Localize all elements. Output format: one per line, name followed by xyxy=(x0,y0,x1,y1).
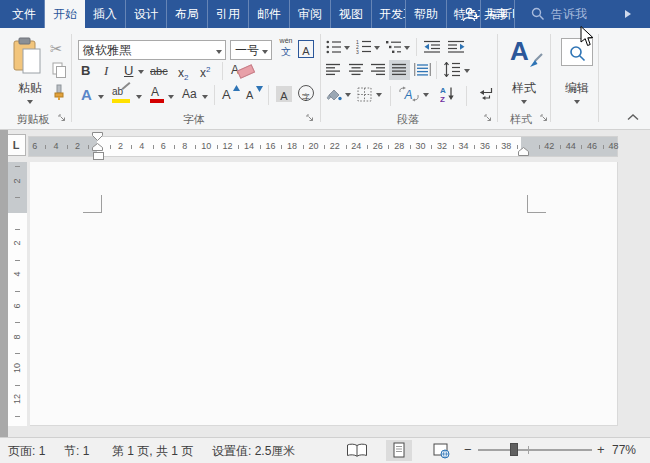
font-color-dropdown-arrow[interactable] xyxy=(168,95,174,102)
character-shading-button[interactable]: A xyxy=(276,86,292,102)
format-painter-icon[interactable] xyxy=(52,84,67,101)
bullets-icon[interactable] xyxy=(326,40,342,54)
paragraph-group-label: 段落 xyxy=(322,112,494,127)
print-layout-button-active[interactable] xyxy=(386,440,412,461)
zoom-percentage[interactable]: 77% xyxy=(612,443,636,457)
ruler-number: 46 xyxy=(585,141,599,151)
divider xyxy=(214,85,215,105)
first-line-indent-marker[interactable] xyxy=(92,132,103,141)
superscript-button[interactable]: x2 xyxy=(200,63,210,81)
hanging-indent-marker[interactable] xyxy=(92,143,103,151)
asian-layout-dropdown-arrow[interactable] xyxy=(423,93,429,100)
asian-layout-icon[interactable]: A xyxy=(398,86,420,102)
show-hide-marks-icon[interactable] xyxy=(478,87,494,101)
enclose-characters-button[interactable]: 字 xyxy=(298,85,314,101)
italic-button[interactable]: I xyxy=(104,63,108,79)
group-divider xyxy=(598,34,599,122)
tell-me-search[interactable]: 告诉我 xyxy=(523,0,595,28)
paste-button[interactable]: 粘贴 xyxy=(8,36,52,112)
tab-help[interactable]: 帮助 xyxy=(406,0,447,28)
tab-layout[interactable]: 布局 xyxy=(167,0,208,28)
editing-button[interactable]: 编辑 xyxy=(556,36,598,112)
align-right-icon[interactable] xyxy=(371,63,386,76)
shrink-font-button[interactable]: A xyxy=(246,85,264,105)
font-name-select[interactable]: 微软雅黑 xyxy=(78,40,226,60)
styles-dialog-launcher-icon[interactable] xyxy=(540,114,549,123)
borders-icon[interactable] xyxy=(357,87,372,102)
change-case-button[interactable]: Aa xyxy=(182,87,197,101)
tab-home[interactable]: 开始 xyxy=(45,0,85,28)
phonetic-guide-button[interactable]: wén 文 xyxy=(276,37,296,61)
zoom-slider-track[interactable] xyxy=(478,449,592,451)
align-left-icon[interactable] xyxy=(326,63,341,76)
tab-overflow-arrow-icon[interactable] xyxy=(624,9,632,19)
text-effects-dropdown-arrow[interactable] xyxy=(98,95,104,102)
tab-selector-button[interactable]: L xyxy=(6,134,26,156)
tab-design[interactable]: 设计 xyxy=(126,0,167,28)
text-effects-button[interactable]: A xyxy=(81,86,92,103)
copy-icon[interactable] xyxy=(52,62,67,79)
styles-button[interactable]: A 样式 xyxy=(502,36,546,112)
right-indent-marker[interactable] xyxy=(518,147,529,156)
bullets-dropdown-arrow[interactable] xyxy=(344,46,350,53)
distribute-icon[interactable] xyxy=(414,63,431,76)
tab-review[interactable]: 审阅 xyxy=(290,0,331,28)
horizontal-ruler[interactable]: 6422468101214161820222426283032343638424… xyxy=(28,136,618,157)
clear-formatting-button[interactable]: A xyxy=(231,61,255,79)
status-margin-setting[interactable]: 设置值: 2.5厘米 xyxy=(212,443,295,460)
tab-file[interactable]: 文件 xyxy=(4,0,45,28)
tab-developer[interactable]: 开发工 xyxy=(372,0,406,28)
zoom-in-button[interactable]: + xyxy=(597,442,605,457)
multilevel-list-icon[interactable] xyxy=(386,40,402,54)
print-layout-icon xyxy=(392,442,406,459)
ruler-tick xyxy=(15,197,20,198)
shading-dropdown-arrow[interactable] xyxy=(345,93,351,100)
font-size-select[interactable]: 一号 xyxy=(230,40,272,60)
sort-icon[interactable]: A Z xyxy=(440,86,455,102)
vertical-ruler[interactable]: 224681012 xyxy=(8,162,27,426)
tab-references[interactable]: 引用 xyxy=(208,0,249,28)
read-mode-button[interactable] xyxy=(344,440,370,461)
increase-indent-icon[interactable] xyxy=(448,40,465,54)
ruler-tick xyxy=(15,229,20,230)
zoom-out-button[interactable]: − xyxy=(464,442,472,457)
tab-mailings[interactable]: 邮件 xyxy=(249,0,290,28)
borders-dropdown-arrow[interactable] xyxy=(376,93,382,100)
tab-insert[interactable]: 插入 xyxy=(85,0,126,28)
ruler-tick xyxy=(560,145,561,149)
left-indent-marker[interactable] xyxy=(93,152,104,160)
highlight-color-button[interactable]: ab xyxy=(112,86,134,104)
justify-button-active[interactable] xyxy=(389,60,410,80)
underline-button[interactable]: U xyxy=(124,63,133,78)
strikethrough-button[interactable]: abc xyxy=(150,65,168,77)
zoom-slider-handle[interactable] xyxy=(510,443,518,456)
highlight-dropdown-arrow[interactable] xyxy=(136,95,142,102)
bold-button[interactable]: B xyxy=(81,63,90,78)
subscript-button[interactable]: x2 xyxy=(178,63,188,82)
font-color-button[interactable]: A xyxy=(150,85,166,105)
cut-icon[interactable]: ✂ xyxy=(50,40,63,58)
line-spacing-dropdown-arrow[interactable] xyxy=(464,69,470,76)
decrease-indent-icon[interactable] xyxy=(424,40,441,54)
web-layout-button[interactable] xyxy=(428,440,454,461)
status-page-of-total[interactable]: 第 1 页, 共 1 页 xyxy=(112,443,193,460)
character-border-button[interactable]: A xyxy=(298,40,314,58)
underline-dropdown-arrow[interactable] xyxy=(138,70,144,77)
align-center-icon[interactable] xyxy=(349,63,364,76)
multilevel-dropdown-arrow[interactable] xyxy=(404,46,410,53)
font-dialog-launcher-icon[interactable] xyxy=(306,114,315,123)
numbering-dropdown-arrow[interactable] xyxy=(374,46,380,53)
tab-view[interactable]: 视图 xyxy=(331,0,372,28)
group-divider xyxy=(71,34,72,122)
grow-font-button[interactable]: A xyxy=(222,85,240,105)
line-spacing-icon[interactable] xyxy=(444,62,461,77)
clipboard-dialog-launcher-icon[interactable] xyxy=(58,114,67,123)
change-case-dropdown-arrow[interactable] xyxy=(202,95,208,102)
shading-bucket-icon[interactable] xyxy=(326,87,342,103)
status-page-number[interactable]: 页面: 1 xyxy=(8,443,45,460)
collapse-ribbon-chevron-icon[interactable] xyxy=(627,114,639,121)
numbering-icon[interactable]: 1 2 3 xyxy=(356,39,372,54)
paragraph-dialog-launcher-icon[interactable] xyxy=(484,114,493,123)
share-button[interactable]: 共享 xyxy=(462,0,508,28)
status-section[interactable]: 节: 1 xyxy=(64,443,89,460)
